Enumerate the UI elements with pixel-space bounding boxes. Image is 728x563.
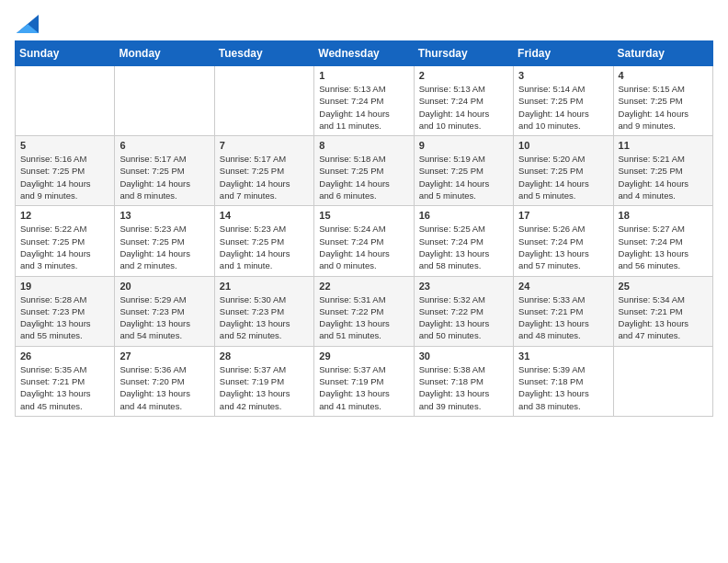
day-number: 10 (518, 140, 608, 151)
day-header-sunday: Sunday (16, 41, 115, 66)
calendar-cell: 14Sunrise: 5:23 AMSunset: 7:25 PMDayligh… (214, 206, 313, 276)
calendar-cell: 25Sunrise: 5:34 AMSunset: 7:21 PMDayligh… (613, 276, 712, 346)
day-number: 21 (220, 281, 309, 292)
day-header-tuesday: Tuesday (214, 41, 313, 66)
day-number: 25 (619, 281, 708, 292)
day-info: Sunrise: 5:17 AMSunset: 7:25 PMDaylight:… (220, 153, 309, 201)
calendar-cell: 15Sunrise: 5:24 AMSunset: 7:24 PMDayligh… (314, 206, 414, 276)
calendar-cell: 31Sunrise: 5:39 AMSunset: 7:18 PMDayligh… (514, 346, 613, 416)
day-info: Sunrise: 5:34 AMSunset: 7:21 PMDaylight:… (619, 293, 708, 342)
day-info: Sunrise: 5:37 AMSunset: 7:19 PMDaylight:… (319, 363, 408, 412)
day-number: 29 (319, 350, 408, 362)
day-info: Sunrise: 5:19 AMSunset: 7:25 PMDaylight:… (419, 153, 508, 201)
calendar-cell: 27Sunrise: 5:36 AMSunset: 7:20 PMDayligh… (115, 346, 214, 416)
day-header-thursday: Thursday (414, 41, 513, 66)
day-info: Sunrise: 5:18 AMSunset: 7:25 PMDaylight:… (319, 153, 408, 201)
calendar-cell: 5Sunrise: 5:16 AMSunset: 7:25 PMDaylight… (16, 136, 115, 206)
calendar-cell: 17Sunrise: 5:26 AMSunset: 7:24 PMDayligh… (514, 206, 613, 276)
day-number: 5 (20, 140, 109, 151)
day-info: Sunrise: 5:14 AMSunset: 7:25 PMDaylight:… (518, 83, 608, 132)
logo (15, 15, 39, 33)
calendar-cell: 11Sunrise: 5:21 AMSunset: 7:25 PMDayligh… (613, 136, 712, 206)
day-number: 16 (419, 210, 508, 221)
day-number: 8 (319, 140, 408, 151)
day-info: Sunrise: 5:26 AMSunset: 7:24 PMDaylight:… (518, 223, 608, 271)
calendar-cell (613, 346, 712, 416)
calendar-cell: 8Sunrise: 5:18 AMSunset: 7:25 PMDaylight… (314, 136, 414, 206)
calendar-cell: 7Sunrise: 5:17 AMSunset: 7:25 PMDaylight… (214, 136, 313, 206)
day-number: 26 (20, 350, 109, 362)
calendar-cell: 24Sunrise: 5:33 AMSunset: 7:21 PMDayligh… (514, 276, 613, 346)
calendar-week-1: 1Sunrise: 5:13 AMSunset: 7:24 PMDaylight… (16, 66, 713, 136)
day-number: 17 (518, 210, 608, 221)
day-info: Sunrise: 5:17 AMSunset: 7:25 PMDaylight:… (119, 153, 209, 201)
day-info: Sunrise: 5:35 AMSunset: 7:21 PMDaylight:… (20, 363, 109, 412)
day-header-wednesday: Wednesday (314, 41, 414, 66)
calendar-cell: 3Sunrise: 5:14 AMSunset: 7:25 PMDaylight… (514, 66, 613, 136)
day-number: 6 (119, 140, 209, 151)
day-number: 23 (419, 281, 508, 292)
day-info: Sunrise: 5:25 AMSunset: 7:24 PMDaylight:… (419, 223, 508, 271)
day-number: 20 (119, 281, 209, 292)
day-info: Sunrise: 5:24 AMSunset: 7:24 PMDaylight:… (319, 223, 408, 271)
day-info: Sunrise: 5:37 AMSunset: 7:19 PMDaylight:… (220, 363, 309, 412)
day-info: Sunrise: 5:23 AMSunset: 7:25 PMDaylight:… (220, 223, 309, 271)
calendar-week-2: 5Sunrise: 5:16 AMSunset: 7:25 PMDaylight… (16, 136, 713, 206)
calendar-cell: 16Sunrise: 5:25 AMSunset: 7:24 PMDayligh… (414, 206, 513, 276)
calendar-cell: 1Sunrise: 5:13 AMSunset: 7:24 PMDaylight… (314, 66, 414, 136)
calendar-cell (115, 66, 214, 136)
day-header-friday: Friday (514, 41, 613, 66)
day-info: Sunrise: 5:13 AMSunset: 7:24 PMDaylight:… (419, 83, 508, 132)
day-number: 27 (119, 350, 209, 362)
day-number: 11 (619, 140, 708, 151)
day-number: 13 (119, 210, 209, 221)
day-info: Sunrise: 5:33 AMSunset: 7:21 PMDaylight:… (518, 293, 608, 342)
calendar-cell (214, 66, 313, 136)
day-number: 7 (220, 140, 309, 151)
day-number: 19 (20, 281, 109, 292)
calendar-cell: 30Sunrise: 5:38 AMSunset: 7:18 PMDayligh… (414, 346, 513, 416)
calendar-cell: 10Sunrise: 5:20 AMSunset: 7:25 PMDayligh… (514, 136, 613, 206)
calendar-table: SundayMondayTuesdayWednesdayThursdayFrid… (15, 40, 713, 417)
calendar-cell: 22Sunrise: 5:31 AMSunset: 7:22 PMDayligh… (314, 276, 414, 346)
calendar-cell: 26Sunrise: 5:35 AMSunset: 7:21 PMDayligh… (16, 346, 115, 416)
calendar-cell: 28Sunrise: 5:37 AMSunset: 7:19 PMDayligh… (214, 346, 313, 416)
calendar-cell: 2Sunrise: 5:13 AMSunset: 7:24 PMDaylight… (414, 66, 513, 136)
day-number: 9 (419, 140, 508, 151)
page-header (15, 15, 713, 33)
day-info: Sunrise: 5:27 AMSunset: 7:24 PMDaylight:… (619, 223, 708, 271)
calendar-cell: 23Sunrise: 5:32 AMSunset: 7:22 PMDayligh… (414, 276, 513, 346)
day-number: 22 (319, 281, 408, 292)
day-info: Sunrise: 5:29 AMSunset: 7:23 PMDaylight:… (119, 293, 209, 342)
day-number: 18 (619, 210, 708, 221)
day-number: 2 (419, 70, 508, 81)
day-info: Sunrise: 5:21 AMSunset: 7:25 PMDaylight:… (619, 153, 708, 201)
day-number: 24 (518, 281, 608, 292)
calendar-header-row: SundayMondayTuesdayWednesdayThursdayFrid… (16, 41, 713, 66)
day-number: 12 (20, 210, 109, 221)
calendar-cell: 19Sunrise: 5:28 AMSunset: 7:23 PMDayligh… (16, 276, 115, 346)
day-info: Sunrise: 5:30 AMSunset: 7:23 PMDaylight:… (220, 293, 309, 342)
day-header-monday: Monday (115, 41, 214, 66)
day-info: Sunrise: 5:36 AMSunset: 7:20 PMDaylight:… (119, 363, 209, 412)
calendar-cell: 13Sunrise: 5:23 AMSunset: 7:25 PMDayligh… (115, 206, 214, 276)
day-number: 14 (220, 210, 309, 221)
calendar-cell: 9Sunrise: 5:19 AMSunset: 7:25 PMDaylight… (414, 136, 513, 206)
day-number: 1 (319, 70, 408, 81)
calendar-cell: 29Sunrise: 5:37 AMSunset: 7:19 PMDayligh… (314, 346, 414, 416)
calendar-week-5: 26Sunrise: 5:35 AMSunset: 7:21 PMDayligh… (16, 346, 713, 416)
day-info: Sunrise: 5:22 AMSunset: 7:25 PMDaylight:… (20, 223, 109, 271)
day-number: 30 (419, 350, 508, 362)
day-info: Sunrise: 5:20 AMSunset: 7:25 PMDaylight:… (518, 153, 608, 201)
day-number: 28 (220, 350, 309, 362)
day-info: Sunrise: 5:28 AMSunset: 7:23 PMDaylight:… (20, 293, 109, 342)
day-info: Sunrise: 5:38 AMSunset: 7:18 PMDaylight:… (419, 363, 508, 412)
calendar-cell: 18Sunrise: 5:27 AMSunset: 7:24 PMDayligh… (613, 206, 712, 276)
day-info: Sunrise: 5:31 AMSunset: 7:22 PMDaylight:… (319, 293, 408, 342)
calendar-cell: 21Sunrise: 5:30 AMSunset: 7:23 PMDayligh… (214, 276, 313, 346)
day-header-saturday: Saturday (613, 41, 712, 66)
day-info: Sunrise: 5:32 AMSunset: 7:22 PMDaylight:… (419, 293, 508, 342)
day-info: Sunrise: 5:16 AMSunset: 7:25 PMDaylight:… (20, 153, 109, 201)
calendar-week-4: 19Sunrise: 5:28 AMSunset: 7:23 PMDayligh… (16, 276, 713, 346)
calendar-cell: 20Sunrise: 5:29 AMSunset: 7:23 PMDayligh… (115, 276, 214, 346)
